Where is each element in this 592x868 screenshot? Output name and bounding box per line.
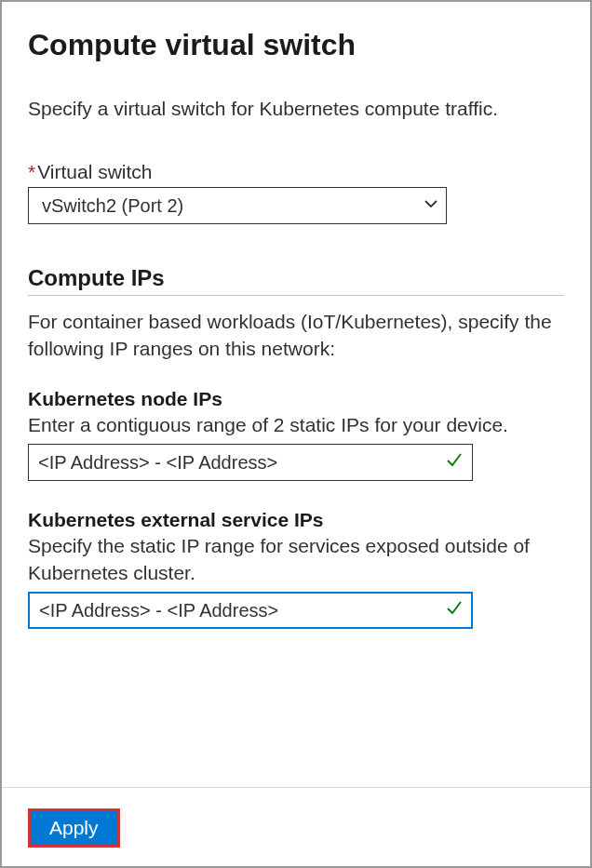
service-ips-label: Kubernetes external service IPs [28, 509, 564, 531]
virtual-switch-label: Virtual switch [37, 161, 152, 182]
required-star-icon: * [28, 161, 35, 182]
virtual-switch-label-row: *Virtual switch [28, 161, 564, 183]
service-ips-input[interactable] [28, 592, 473, 629]
page-title: Compute virtual switch [28, 28, 564, 62]
footer: Apply [2, 787, 590, 848]
service-ips-description: Specify the static IP range for services… [28, 533, 564, 586]
service-ips-input-wrap [28, 592, 473, 629]
node-ips-label: Kubernetes node IPs [28, 388, 564, 410]
compute-ips-description: For container based workloads (IoT/Kuber… [28, 309, 564, 362]
apply-button[interactable]: Apply [28, 808, 120, 848]
virtual-switch-select-wrap: vSwitch2 (Port 2) [28, 187, 447, 224]
node-ips-input[interactable] [28, 444, 473, 481]
compute-ips-heading: Compute IPs [28, 265, 564, 296]
node-ips-description: Enter a contiguous range of 2 static IPs… [28, 412, 564, 438]
node-ips-input-wrap [28, 444, 473, 481]
page-description: Specify a virtual switch for Kubernetes … [28, 96, 564, 122]
virtual-switch-select[interactable]: vSwitch2 (Port 2) [28, 187, 447, 224]
